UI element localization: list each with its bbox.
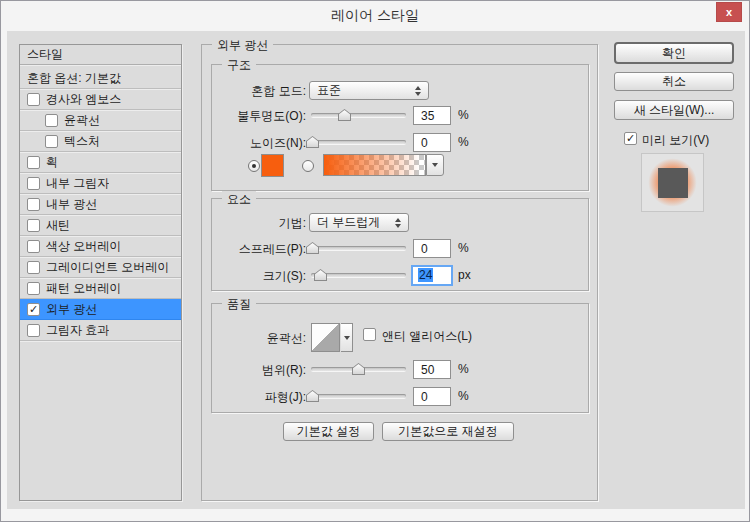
noise-label: 노이즈(N):	[166, 135, 306, 152]
jitter-slider-track[interactable]	[311, 394, 406, 398]
noise-input[interactable]: 0	[413, 133, 451, 152]
spread-input[interactable]: 0	[413, 239, 451, 258]
sidebar-item-7[interactable]: 새틴	[20, 215, 181, 236]
technique-label: 기법:	[166, 215, 306, 232]
size-value-selected: 24	[418, 268, 433, 282]
sidebar-item-3[interactable]: 텍스처	[20, 131, 181, 152]
range-unit: %	[458, 362, 469, 376]
opacity-unit: %	[458, 108, 469, 122]
contour-dropdown-icon[interactable]	[341, 323, 353, 352]
jitter-input[interactable]: 0	[413, 387, 451, 406]
spread-unit: %	[458, 241, 469, 255]
checkbox-icon[interactable]	[27, 177, 40, 190]
checkbox-icon[interactable]	[27, 93, 40, 106]
blend-mode-value: 표준	[317, 82, 341, 99]
spread-slider-track[interactable]	[311, 246, 406, 250]
contour-picker[interactable]	[311, 323, 340, 352]
gradient-dropdown-icon[interactable]	[426, 154, 444, 176]
ok-button[interactable]: 확인	[614, 42, 734, 64]
preview-square	[658, 168, 688, 198]
sidebar-item-label: 획	[46, 154, 58, 171]
checkbox-icon[interactable]	[27, 261, 40, 274]
sidebar-item-11[interactable]: ✓외부 광선	[20, 299, 181, 320]
sidebar-item-label: 윤곽선	[64, 112, 100, 129]
gradient-radio[interactable]	[302, 160, 314, 172]
jitter-label: 파형(J):	[166, 389, 306, 406]
sidebar-item-4[interactable]: 획	[20, 152, 181, 173]
elements-legend: 요소	[222, 191, 256, 208]
updown-arrows-icon	[395, 218, 401, 228]
size-input[interactable]: 24	[411, 265, 453, 286]
sidebar-item-8[interactable]: 색상 오버레이	[20, 236, 181, 257]
range-label: 범위(R):	[166, 362, 306, 379]
blend-mode-select[interactable]: 표준	[309, 81, 429, 100]
styles-list-items: 혼합 옵션: 기본값경사와 엠보스윤곽선텍스처획내부 그림자내부 광선새틴색상 …	[20, 68, 181, 341]
sidebar-item-label: 새틴	[46, 217, 70, 234]
noise-slider-track[interactable]	[311, 140, 406, 144]
jitter-unit: %	[458, 389, 469, 403]
reset-default-button[interactable]: 기본값으로 재설정	[382, 422, 514, 441]
checkbox-icon[interactable]	[27, 240, 40, 253]
sidebar-item-label: 내부 광선	[46, 196, 97, 213]
opacity-input[interactable]: 35	[413, 106, 451, 125]
antialias-label: 앤티 앨리어스(L)	[382, 328, 472, 345]
spread-label: 스프레드(P):	[166, 241, 306, 258]
checkbox-icon[interactable]	[27, 219, 40, 232]
checkbox-checked-icon[interactable]: ✓	[27, 303, 40, 316]
sidebar-item-6[interactable]: 내부 광선	[20, 194, 181, 215]
styles-header: 스타일	[20, 45, 181, 65]
noise-unit: %	[458, 135, 469, 149]
size-unit: px	[458, 268, 471, 282]
preview-label: 미리 보기(V)	[642, 132, 709, 149]
blend-mode-label: 혼합 모드:	[166, 83, 306, 100]
sidebar-item-label: 내부 그림자	[46, 175, 109, 192]
sidebar-item-label: 혼합 옵션: 기본값	[27, 70, 121, 87]
opacity-slider-track[interactable]	[311, 113, 406, 117]
new-style-button[interactable]: 새 스타일(W)...	[614, 100, 734, 120]
checkbox-icon[interactable]	[27, 198, 40, 211]
sidebar-item-5[interactable]: 내부 그림자	[20, 173, 181, 194]
sidebar-item-label: 텍스처	[64, 133, 100, 150]
structure-legend: 구조	[222, 57, 256, 74]
sidebar-item-9[interactable]: 그레이디언트 오버레이	[20, 257, 181, 278]
styles-listbox: 스타일 혼합 옵션: 기본값경사와 엠보스윤곽선텍스처획내부 그림자내부 광선새…	[19, 44, 182, 501]
style-preview-thumbnail	[641, 153, 704, 212]
technique-select[interactable]: 더 부드럽게	[309, 213, 409, 232]
contour-label: 윤곽선:	[166, 330, 306, 347]
make-default-button[interactable]: 기본값 설정	[283, 422, 374, 441]
sidebar-item-2[interactable]: 윤곽선	[20, 110, 181, 131]
sidebar-item-label: 외부 광선	[46, 301, 97, 318]
checkbox-icon[interactable]	[27, 282, 40, 295]
preview-checkbox[interactable]: ✓	[624, 132, 637, 145]
range-input[interactable]: 50	[413, 360, 451, 379]
updown-arrows-icon	[415, 86, 421, 96]
color-radio[interactable]	[248, 160, 260, 172]
layer-style-dialog: { "dialog": { "title": "레이어 스타일", "close…	[0, 0, 750, 522]
antialias-checkbox[interactable]	[363, 328, 376, 341]
glow-color-swatch[interactable]	[261, 154, 284, 177]
sidebar-item-label: 그림자 효과	[46, 322, 109, 339]
checkbox-icon[interactable]	[27, 156, 40, 169]
cancel-button[interactable]: 취소	[614, 72, 734, 91]
close-icon[interactable]: x	[716, 2, 742, 22]
sidebar-item-label: 패턴 오버레이	[46, 280, 121, 297]
sidebar-item-12[interactable]: 그림자 효과	[20, 320, 181, 341]
sidebar-item-label: 경사와 엠보스	[46, 91, 121, 108]
sidebar-item-1[interactable]: 경사와 엠보스	[20, 89, 181, 110]
checkbox-icon[interactable]	[45, 114, 58, 127]
technique-value: 더 부드럽게	[317, 214, 380, 231]
gradient-preview[interactable]	[323, 154, 426, 176]
sidebar-item-0[interactable]: 혼합 옵션: 기본값	[20, 68, 181, 89]
size-label: 크기(S):	[166, 268, 306, 285]
checkbox-icon[interactable]	[45, 135, 58, 148]
sidebar-item-label: 그레이디언트 오버레이	[46, 259, 169, 276]
checkbox-icon[interactable]	[27, 324, 40, 337]
dialog-title: 레이어 스타일	[1, 7, 749, 25]
sidebar-item-10[interactable]: 패턴 오버레이	[20, 278, 181, 299]
sidebar-item-label: 색상 오버레이	[46, 238, 121, 255]
quality-legend: 품질	[222, 296, 256, 313]
opacity-label: 불투명도(O):	[166, 108, 306, 125]
outer-glow-legend: 외부 광선	[212, 37, 273, 54]
